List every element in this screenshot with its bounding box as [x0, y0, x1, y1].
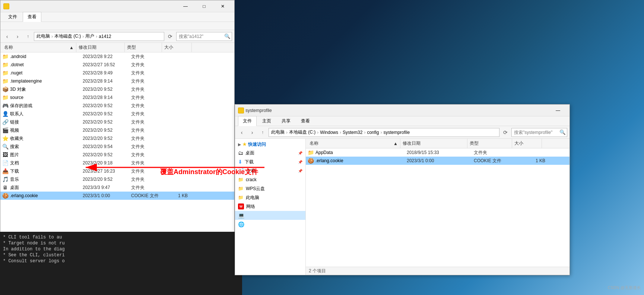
- right-path-6[interactable]: systemprofile: [383, 130, 410, 135]
- right-path-1[interactable]: 此电脑: [271, 129, 285, 135]
- right-path-4[interactable]: System32: [343, 130, 362, 135]
- left-close-button[interactable]: ✕: [214, 1, 231, 12]
- file-date: 2023/2/20 9:52: [83, 103, 131, 108]
- right-tab-share[interactable]: 共享: [277, 116, 295, 126]
- file-icon: 🖥: [2, 184, 9, 191]
- col-size[interactable]: 大小: [162, 43, 192, 52]
- right-up-button[interactable]: ↑: [258, 128, 267, 137]
- right-search-input[interactable]: [511, 128, 567, 137]
- right-file-name: AppData: [315, 150, 407, 155]
- left-title-bar: — □ ✕: [0, 0, 234, 12]
- left-file-row[interactable]: 📁 .dotnet 2023/2/27 16:52 文件夹: [0, 61, 234, 69]
- left-forward-button[interactable]: ›: [13, 32, 22, 41]
- panel-item-this-pc[interactable]: 💻: [235, 211, 305, 220]
- left-file-row[interactable]: 🖥 桌面 2023/3/3 9:47 文件夹: [0, 183, 234, 192]
- left-search-button[interactable]: 🔍: [224, 33, 231, 39]
- right-refresh-button[interactable]: ⟳: [501, 128, 510, 137]
- wps-cloud-icon: W: [238, 203, 244, 209]
- left-menu-file[interactable]: 文件: [3, 12, 22, 22]
- panel-item-downloads[interactable]: ⬇ 下载 📌: [235, 157, 305, 166]
- right-col-size[interactable]: 大小: [512, 139, 542, 148]
- right-back-button[interactable]: ‹: [237, 128, 246, 137]
- file-type: 文件夹: [131, 119, 168, 125]
- panel-item-wps[interactable]: W 网络: [235, 202, 305, 211]
- file-type: COOKIE 文件: [131, 193, 168, 199]
- left-back-button[interactable]: ‹: [3, 32, 12, 41]
- panel-item-crack[interactable]: 📁 此电脑: [235, 193, 305, 202]
- left-file-row[interactable]: 📁 .nuget 2023/2/28 9:49 文件夹: [0, 69, 234, 77]
- right-address-path[interactable]: 此电脑 › 本地磁盘 (C:) › Windows › System32 › c…: [269, 128, 499, 137]
- left-file-row[interactable]: ⭐ 收藏夹 2023/2/20 9:52 文件夹: [0, 134, 234, 142]
- right-tab-home[interactable]: 主页: [257, 116, 276, 126]
- left-file-row[interactable]: 🎮 保存的游戏 2023/2/20 9:52 文件夹: [0, 102, 234, 110]
- right-path-5[interactable]: config: [367, 130, 379, 135]
- left-file-row[interactable]: 📁 source 2023/2/28 9:14 文件夹: [0, 93, 234, 102]
- left-menu-bar: 文件 查看: [0, 12, 234, 22]
- file-icon: 🔍: [2, 143, 9, 150]
- path-pc[interactable]: 此电脑: [37, 33, 50, 39]
- right-search-button[interactable]: 🔍: [559, 129, 566, 135]
- right-window-content: ▶ ★ 快速访问 🗂 桌面 📌 ⬇ 下载 📌 📄 文档 📌 📁: [235, 139, 570, 275]
- file-icon: 📁: [2, 78, 9, 84]
- right-status-bar: 2 个项目: [306, 267, 570, 275]
- left-file-row[interactable]: 🎬 视频 2023/2/20 9:52 文件夹: [0, 126, 234, 134]
- file-name: .nuget: [10, 70, 83, 76]
- right-col-name[interactable]: 名称 ▲: [307, 139, 400, 148]
- file-date: 2023/2/20 9:18: [83, 160, 131, 166]
- file-name: 3D 对象: [10, 86, 83, 93]
- terminal-line: * CLI tool fails to au: [3, 235, 239, 240]
- panel-item-sbin[interactable]: 📁 crack: [235, 175, 305, 184]
- right-path-2[interactable]: 本地磁盘 (C:): [289, 129, 315, 135]
- right-path-3[interactable]: Windows: [320, 130, 338, 135]
- left-up-button[interactable]: ↑: [23, 32, 32, 41]
- left-file-row[interactable]: 📦 3D 对象 2023/2/20 9:52 文件夹: [0, 85, 234, 93]
- left-file-row[interactable]: 👤 联系人 2023/2/20 9:52 文件夹: [0, 110, 234, 118]
- left-minimize-button[interactable]: —: [177, 1, 194, 12]
- left-file-row[interactable]: 🍪 .erlang.cookie 2023/3/1 0:00 COOKIE 文件…: [0, 192, 234, 200]
- right-col-type[interactable]: 类型: [467, 139, 512, 148]
- file-name: .android: [10, 54, 83, 59]
- right-tab-view[interactable]: 查看: [296, 116, 315, 126]
- panel-item-network[interactable]: 🌐: [235, 220, 305, 229]
- left-file-row[interactable]: 📄 文档 2023/2/20 9:18 文件夹: [0, 159, 234, 167]
- left-search-wrapper: 🔍: [176, 32, 232, 41]
- right-forward-button[interactable]: ›: [248, 128, 257, 137]
- right-minimize-button[interactable]: —: [549, 105, 567, 116]
- right-file-date: 2018/9/15 15:33: [407, 150, 474, 155]
- right-file-row[interactable]: 📁 AppData 2018/9/15 15:33 文件夹: [306, 148, 570, 157]
- path-user[interactable]: a1412: [99, 34, 111, 39]
- sbin-folder-icon: 📁: [238, 177, 244, 182]
- left-maximize-button[interactable]: □: [196, 1, 213, 12]
- file-name: 桌面: [10, 185, 83, 191]
- left-file-row[interactable]: 📁 .templateengine 2023/2/28 9:14 文件夹: [0, 77, 234, 85]
- col-date[interactable]: 修改日期: [76, 43, 125, 52]
- path-users[interactable]: 用户: [85, 33, 94, 39]
- left-file-row[interactable]: 📁 .android 2023/2/28 9:22 文件夹: [0, 52, 234, 61]
- pin-icon-desktop: 📌: [298, 151, 302, 155]
- left-ribbon-row: [0, 22, 234, 30]
- file-name: 保存的游戏: [10, 103, 83, 109]
- file-name: 下载: [10, 168, 83, 174]
- right-file-row[interactable]: 🍪 .erlang.cookie 2023/3/1 0:00 COOKIE 文件…: [306, 157, 570, 165]
- quick-access-header[interactable]: ▶ ★ 快速访问: [235, 140, 305, 148]
- left-file-row[interactable]: 🔍 搜索 2023/2/20 9:54 文件夹: [0, 142, 234, 151]
- right-col-date[interactable]: 修改日期: [400, 139, 467, 148]
- file-name: source: [10, 95, 83, 100]
- right-tab-file[interactable]: 文件: [238, 116, 257, 126]
- col-name[interactable]: 名称 ▲: [2, 43, 76, 52]
- left-file-row[interactable]: 🎵 音乐 2023/2/20 9:52 文件夹: [0, 175, 234, 183]
- panel-item-desktop[interactable]: 🗂 桌面 📌: [235, 148, 305, 157]
- left-search-input[interactable]: [176, 32, 232, 41]
- col-type[interactable]: 类型: [125, 43, 162, 52]
- left-address-path[interactable]: 此电脑 › 本地磁盘 (C:) › 用户 › a1412: [34, 32, 164, 41]
- right-search-wrapper: 🔍: [511, 128, 567, 137]
- left-menu-view[interactable]: 查看: [23, 12, 41, 22]
- file-date: 2023/3/3 9:47: [83, 185, 131, 190]
- left-file-row[interactable]: 🔗 链接 2023/2/20 9:52 文件夹: [0, 118, 234, 126]
- pin-icon-docs: 📌: [298, 169, 302, 173]
- path-c[interactable]: 本地磁盘 (C:): [54, 33, 81, 39]
- left-title-bar-left: [3, 3, 11, 9]
- left-refresh-button[interactable]: ⟳: [166, 32, 175, 41]
- left-file-row[interactable]: 🖼 图片 2023/2/20 9:52 文件夹: [0, 151, 234, 159]
- panel-item-bin[interactable]: 📁 WPS云盘: [235, 184, 305, 193]
